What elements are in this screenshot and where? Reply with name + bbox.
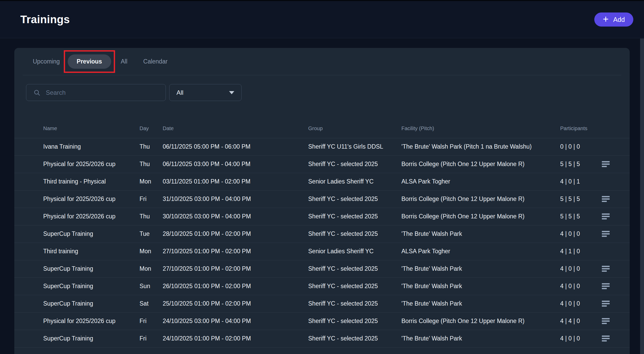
search-input[interactable] [46, 89, 155, 96]
cell-participants: 5 | 5 | 5 [560, 155, 602, 173]
cell-name: Third training - Physical [14, 173, 140, 190]
column-header-day: Day [140, 119, 163, 138]
notes-icon[interactable] [602, 283, 610, 289]
cell-actions [602, 260, 630, 277]
tab-all[interactable]: All [121, 55, 128, 68]
cell-name: SuperCup Training [14, 277, 140, 295]
table-row[interactable]: SuperCup Training Tue 28/10/2025 01:00 P… [14, 225, 630, 243]
cell-group: Senior Ladies Sheriff YC [308, 243, 401, 260]
tabs-bar: Upcoming Previous All Calendar [14, 48, 630, 75]
cell-actions [602, 277, 630, 295]
cell-day: Fri [140, 190, 163, 208]
cell-day: Sat [140, 295, 163, 312]
page-content: Upcoming Previous All Calendar All [0, 38, 644, 354]
cell-date: 06/11/2025 03:00 PM - 04:00 PM [163, 155, 308, 173]
table-row[interactable]: Third training Mon 27/10/2025 01:00 PM -… [14, 243, 630, 260]
cell-day: Thu [140, 138, 163, 155]
tab-calendar[interactable]: Calendar [143, 55, 167, 68]
cell-facility: 'The Brute' Walsh Park (Pitch 1 na Brute… [401, 138, 560, 155]
trainings-card: Upcoming Previous All Calendar All [14, 48, 630, 354]
cell-facility: Borris College (Pitch One 12 Upper Malon… [401, 155, 560, 173]
table-row[interactable]: Ivana Training Thu 06/11/2025 05:00 PM -… [14, 138, 630, 155]
cell-actions [602, 190, 630, 208]
cell-group: Sheriff YC - selected 2025 [308, 295, 401, 312]
table-body: Ivana Training Thu 06/11/2025 05:00 PM -… [14, 138, 630, 347]
table-header: Name Day Date Group Facility (Pitch) Par… [14, 119, 630, 138]
search-icon [33, 89, 41, 96]
vertical-scrollbar[interactable] [640, 39, 644, 354]
filters-row: All [26, 84, 630, 101]
cell-group: Sheriff YC - selected 2025 [308, 312, 401, 330]
column-header-actions [602, 119, 630, 138]
notes-icon[interactable] [602, 301, 610, 307]
add-button-label: Add [613, 16, 625, 23]
cell-participants: 0 | 0 | 0 [560, 138, 602, 155]
cell-group: Sheriff YC - selected 2025 [308, 225, 401, 243]
cell-facility: 'The Brute' Walsh Park [401, 295, 560, 312]
cell-group: Senior Ladies Sheriff YC [308, 173, 401, 190]
table-row[interactable]: Physical for 2025/2026 cup Thu 06/11/202… [14, 155, 630, 173]
cell-participants: 4 | 0 | 0 [560, 330, 602, 347]
chevron-down-icon [229, 91, 234, 94]
cell-participants: 4 | 0 | 0 [560, 277, 602, 295]
column-header-date: Date [163, 119, 308, 138]
cell-actions [602, 138, 630, 155]
cell-actions [602, 208, 630, 225]
annotation-red-box: Previous [64, 50, 115, 73]
notes-icon[interactable] [602, 161, 610, 167]
cell-group: Sheriff YC - selected 2025 [308, 208, 401, 225]
cell-facility: Borris College (Pitch One 12 Upper Malon… [401, 190, 560, 208]
tab-previous[interactable]: Previous [68, 54, 111, 69]
table-row[interactable]: Third training - Physical Mon 03/11/2025… [14, 173, 630, 190]
cell-facility: 'The Brute' Walsh Park [401, 260, 560, 277]
notes-icon[interactable] [602, 336, 610, 342]
cell-date: 26/10/2025 01:00 PM - 02:00 PM [163, 277, 308, 295]
table-row[interactable]: SuperCup Training Mon 27/10/2025 01:00 P… [14, 260, 630, 277]
cell-group: Sheriff YC - selected 2025 [308, 260, 401, 277]
group-filter-dropdown[interactable]: All [169, 84, 242, 101]
cell-participants: 4 | 0 | 1 [560, 173, 602, 190]
cell-group: Sheriff YC - selected 2025 [308, 155, 401, 173]
trainings-table: Name Day Date Group Facility (Pitch) Par… [14, 119, 630, 347]
tabs-divider [23, 75, 621, 75]
cell-group: Sheriff YC - selected 2025 [308, 330, 401, 347]
cell-date: 03/11/2025 01:00 PM - 02:00 PM [163, 173, 308, 190]
cell-group: Sheriff YC - selected 2025 [308, 190, 401, 208]
cell-date: 24/10/2025 01:00 PM - 02:00 PM [163, 330, 308, 347]
cell-date: 24/10/2025 03:00 PM - 04:00 PM [163, 312, 308, 330]
cell-facility: ALSA Park Togher [401, 173, 560, 190]
notes-icon[interactable] [602, 231, 610, 237]
cell-date: 27/10/2025 01:00 PM - 02:00 PM [163, 243, 308, 260]
cell-participants: 4 | 0 | 0 [560, 225, 602, 243]
cell-date: 06/11/2025 05:00 PM - 06:00 PM [163, 138, 308, 155]
notes-icon[interactable] [602, 318, 610, 324]
tab-upcoming[interactable]: Upcoming [33, 55, 60, 68]
add-button[interactable]: + Add [594, 12, 633, 27]
cell-participants: 4 | 4 | 0 [560, 312, 602, 330]
table-row[interactable]: Physical for 2025/2026 cup Fri 31/10/202… [14, 190, 630, 208]
table-row[interactable]: SuperCup Training Fri 24/10/2025 01:00 P… [14, 330, 630, 347]
notes-icon[interactable] [602, 266, 610, 272]
notes-icon[interactable] [602, 196, 610, 202]
cell-facility: Borris College (Pitch One 12 Upper Malon… [401, 312, 560, 330]
table-row[interactable]: SuperCup Training Sun 26/10/2025 01:00 P… [14, 277, 630, 295]
cell-actions [602, 312, 630, 330]
cell-name: Physical for 2025/2026 cup [14, 190, 140, 208]
cell-date: 25/10/2025 01:00 PM - 02:00 PM [163, 295, 308, 312]
cell-participants: 5 | 5 | 5 [560, 208, 602, 225]
app-header: Trainings + Add [0, 1, 644, 38]
cell-name: SuperCup Training [14, 330, 140, 347]
cell-date: 31/10/2025 03:00 PM - 04:00 PM [163, 190, 308, 208]
notes-icon[interactable] [602, 213, 610, 219]
cell-name: SuperCup Training [14, 225, 140, 243]
cell-group: Sheriff YC U11's Girls DDSL [308, 138, 401, 155]
column-header-name: Name [14, 119, 140, 138]
table-row[interactable]: Physical for 2025/2026 cup Thu 30/10/202… [14, 208, 630, 225]
search-box[interactable] [26, 84, 166, 101]
table-row[interactable]: SuperCup Training Sat 25/10/2025 01:00 P… [14, 295, 630, 312]
cell-facility: ALSA Park Togher [401, 243, 560, 260]
table-row[interactable]: Physical for 2025/2026 cup Fri 24/10/202… [14, 312, 630, 330]
dropdown-selected-value: All [176, 89, 184, 96]
cell-day: Mon [140, 173, 163, 190]
cell-actions [602, 295, 630, 312]
